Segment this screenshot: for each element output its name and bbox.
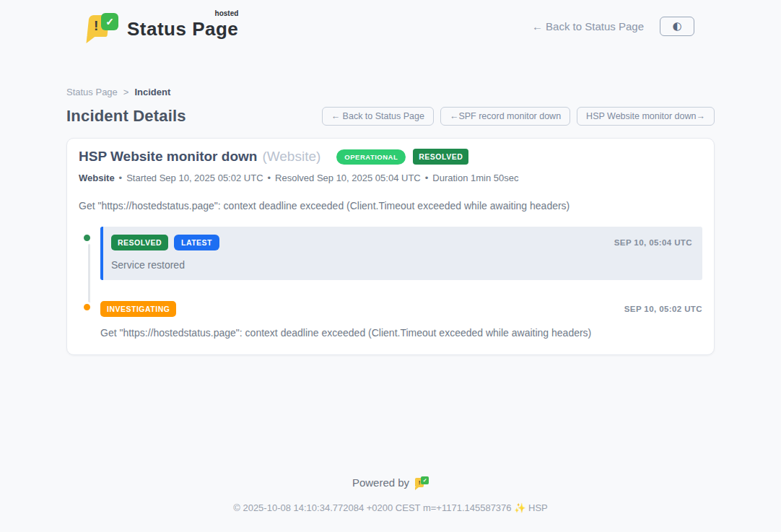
copyright-text: © 2025-10-08 14:10:34.772084 +0200 CEST … [0, 502, 781, 513]
checkmark-icon: ✓ [421, 476, 429, 484]
next-incident-button[interactable]: HSP Website monitor down→ [577, 107, 715, 126]
main-content: Status Page > Incident Incident Details … [66, 87, 715, 355]
timeline-dot-column [79, 227, 100, 280]
timeline-entry-box: RESOLVED LATEST SEP 10, 05:04 UTC Servic… [100, 227, 702, 280]
half-circle-icon: ◐ [672, 21, 681, 32]
breadcrumb-current: Incident [134, 87, 170, 97]
resolved-badge: RESOLVED [111, 235, 168, 250]
theme-toggle-button[interactable]: ◐ [660, 17, 694, 36]
meta-bullet: • [119, 173, 123, 183]
header-back-link[interactable]: ← Back to Status Page [532, 20, 644, 32]
header-actions: ← Back to Status Page ◐ [532, 17, 694, 36]
operational-badge: OPERATIONAL [336, 149, 406, 165]
breadcrumb: Status Page > Incident [66, 87, 715, 97]
prev-incident-button[interactable]: ←SPF record monitor down [440, 107, 570, 126]
resolved-badge: RESOLVED [413, 149, 468, 165]
timeline-badges: INVESTIGATING [100, 301, 176, 317]
back-to-status-page-button[interactable]: ← Back to Status Page [322, 107, 434, 126]
breadcrumb-separator: > [123, 87, 129, 97]
brand-name: Status Page hosted [127, 12, 238, 40]
investigating-dot-icon [82, 302, 92, 313]
timeline-badges: RESOLVED LATEST [111, 235, 219, 250]
timeline-timestamp: SEP 10, 05:04 UTC [614, 238, 692, 247]
meta-duration: Duration 1min 50sec [432, 173, 518, 183]
latest-badge: LATEST [174, 235, 219, 250]
timeline-entry-header: INVESTIGATING SEP 10, 05:02 UTC [100, 301, 702, 317]
timeline-entry-investigating: INVESTIGATING SEP 10, 05:02 UTC Get "htt… [79, 301, 702, 339]
timeline-entry-content: INVESTIGATING SEP 10, 05:02 UTC Get "htt… [100, 301, 702, 339]
investigating-badge: INVESTIGATING [100, 301, 176, 317]
meta-resolved: Resolved Sep 10, 2025 05:04 UTC [275, 173, 421, 183]
brand-superscript: hosted [215, 9, 239, 17]
incident-timeline: RESOLVED LATEST SEP 10, 05:04 UTC Servic… [79, 227, 702, 339]
incident-nav-buttons: ← Back to Status Page ←SPF record monito… [322, 107, 715, 126]
page-title: Incident Details [66, 107, 186, 126]
brand-logo[interactable]: ! ✓ Status Page hosted [87, 10, 238, 42]
timeline-dot-column [79, 301, 100, 339]
page-footer: Powered by ! ✓ © 2025-10-08 14:10:34.772… [0, 476, 781, 532]
checkmark-icon: ✓ [101, 13, 118, 30]
incident-card: HSP Website monitor down (Website) OPERA… [66, 138, 715, 355]
timeline-message: Get "https://hostedstatus.page": context… [100, 327, 702, 339]
resolved-dot-icon [82, 232, 92, 243]
meta-component: Website [79, 173, 115, 183]
incident-description: Get "https://hostedstatus.page": context… [79, 200, 702, 212]
timeline-entry-resolved: RESOLVED LATEST SEP 10, 05:04 UTC Servic… [79, 227, 702, 280]
meta-bullet: • [425, 173, 429, 183]
statuspage-mini-logo-icon[interactable]: ! ✓ [415, 476, 429, 489]
timeline-entry-header: RESOLVED LATEST SEP 10, 05:04 UTC [111, 235, 692, 250]
incident-title: HSP Website monitor down [79, 149, 257, 165]
timeline-message: Service restored [111, 259, 692, 271]
breadcrumb-root[interactable]: Status Page [66, 87, 118, 97]
statuspage-logo-icon: ! ✓ [87, 10, 120, 42]
incident-component: (Website) [262, 149, 320, 165]
incident-title-row: HSP Website monitor down (Website) OPERA… [79, 149, 702, 165]
incident-meta: Website • Started Sep 10, 2025 05:02 UTC… [79, 173, 702, 183]
timeline-timestamp: SEP 10, 05:02 UTC [624, 305, 702, 313]
meta-bullet: • [268, 173, 271, 183]
title-row: Incident Details ← Back to Status Page ←… [66, 107, 715, 126]
powered-by: Powered by ! ✓ [0, 476, 781, 489]
meta-started: Started Sep 10, 2025 05:02 UTC [126, 173, 263, 183]
top-bar: ! ✓ Status Page hosted ← Back to Status … [0, 0, 781, 42]
